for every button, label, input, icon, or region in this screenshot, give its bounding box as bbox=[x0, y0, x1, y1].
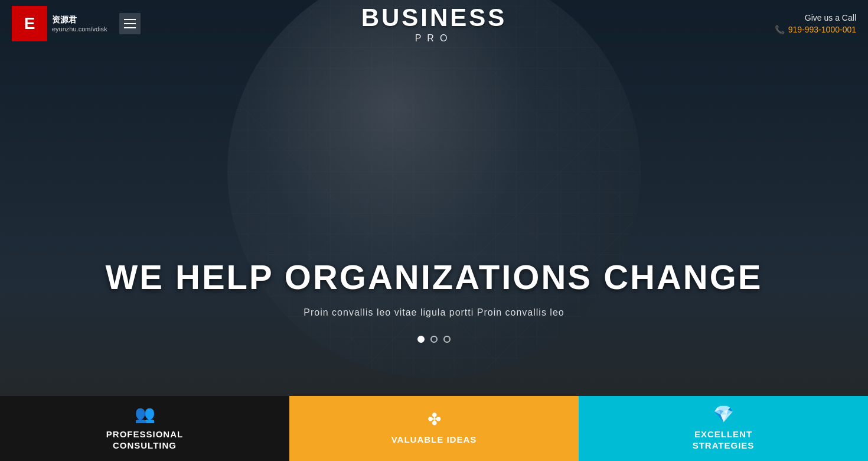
bottom-cards: 👥 PROFESSIONALCONSULTING ✤ VALUABLE IDEA… bbox=[0, 396, 868, 461]
menu-line-3 bbox=[124, 27, 136, 28]
slider-dot-2[interactable] bbox=[430, 336, 438, 343]
menu-button[interactable] bbox=[119, 13, 141, 34]
consulting-icon: 👥 bbox=[135, 406, 155, 423]
logo-letter: E bbox=[24, 14, 35, 33]
card-valuable-ideas[interactable]: ✤ VALUABLE IDEAS bbox=[289, 396, 579, 461]
hero-subtitle: Proin convallis leo vitae ligula portti … bbox=[0, 307, 868, 318]
slider-dot-1[interactable] bbox=[417, 336, 425, 343]
contact-label: Give us a Call bbox=[775, 13, 856, 22]
strategies-label: EXCELLENTSTRATEGIES bbox=[693, 428, 755, 452]
logo-text: 资源君 eyunzhu.com/vdisk bbox=[52, 15, 107, 33]
phone-icon: 📞 bbox=[775, 25, 785, 34]
logo-url: eyunzhu.com/vdisk bbox=[52, 25, 107, 33]
slider-dot-3[interactable] bbox=[443, 336, 451, 343]
contact-phone: 📞 919-993-1000-001 bbox=[775, 25, 856, 34]
ideas-icon: ✤ bbox=[428, 411, 441, 428]
consulting-label: PROFESSIONALCONSULTING bbox=[106, 428, 183, 452]
logo-box: E bbox=[12, 6, 47, 41]
hero-overlay bbox=[0, 0, 868, 461]
slider-dots bbox=[0, 336, 868, 343]
phone-number: 919-993-1000-001 bbox=[788, 25, 856, 34]
menu-line-1 bbox=[124, 19, 136, 20]
ideas-label: VALUABLE IDEAS bbox=[391, 434, 477, 446]
header: E 资源君 eyunzhu.com/vdisk BUSINESS PRO Giv… bbox=[0, 0, 868, 47]
logo-chinese: 资源君 bbox=[52, 15, 107, 25]
menu-line-2 bbox=[124, 23, 136, 24]
hero-title: WE HELP ORGANIZATIONS CHANGE bbox=[0, 257, 868, 297]
center-brand: BUSINESS PRO bbox=[361, 4, 507, 44]
card-excellent-strategies[interactable]: 💎 EXCELLENTSTRATEGIES bbox=[579, 396, 868, 461]
strategies-icon: 💎 bbox=[713, 406, 734, 423]
card-professional-consulting[interactable]: 👥 PROFESSIONALCONSULTING bbox=[0, 396, 289, 461]
brand-subtitle: PRO bbox=[361, 33, 507, 44]
brand-title: BUSINESS bbox=[361, 4, 507, 32]
logo-area: E 资源君 eyunzhu.com/vdisk bbox=[12, 6, 141, 41]
contact-area: Give us a Call 📞 919-993-1000-001 bbox=[775, 13, 856, 34]
hero-section: E 资源君 eyunzhu.com/vdisk BUSINESS PRO Giv… bbox=[0, 0, 868, 461]
hero-content: WE HELP ORGANIZATIONS CHANGE Proin conva… bbox=[0, 257, 868, 343]
